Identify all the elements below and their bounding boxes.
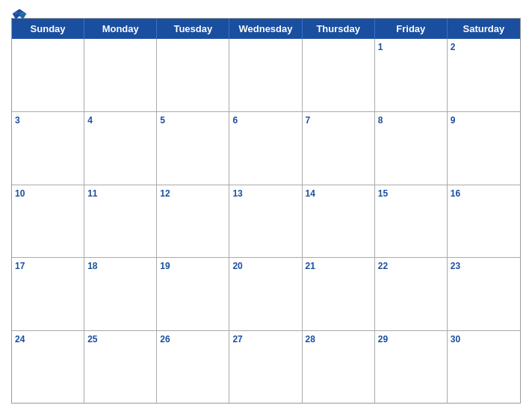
day-number: 21 bbox=[306, 260, 371, 273]
day-number: 14 bbox=[306, 188, 371, 200]
day-number: 5 bbox=[160, 114, 226, 127]
day-cell-25: 25 bbox=[84, 331, 157, 403]
day-cell-8: 8 bbox=[375, 112, 448, 184]
day-number: 25 bbox=[87, 333, 153, 346]
day-number: 8 bbox=[378, 114, 444, 127]
day-cell-27: 27 bbox=[229, 331, 302, 403]
day-number: 2 bbox=[451, 41, 517, 54]
day-number: 19 bbox=[160, 260, 226, 273]
day-cell-20: 20 bbox=[229, 258, 302, 330]
day-cell-7: 7 bbox=[303, 112, 375, 184]
day-cell-28: 28 bbox=[303, 331, 375, 403]
day-cell-11: 11 bbox=[84, 185, 157, 257]
day-number: 1 bbox=[378, 41, 444, 54]
day-number: 18 bbox=[87, 260, 153, 273]
day-number: 24 bbox=[15, 333, 81, 346]
header-wednesday: Wednesday bbox=[229, 19, 302, 39]
day-number: 13 bbox=[232, 188, 298, 200]
day-cell-2: 2 bbox=[448, 39, 520, 111]
day-number: 28 bbox=[306, 333, 371, 346]
day-cell-empty bbox=[157, 39, 229, 111]
day-cell-empty bbox=[229, 39, 302, 111]
day-number: 23 bbox=[451, 260, 517, 273]
day-cell-15: 15 bbox=[375, 185, 448, 257]
header-thursday: Thursday bbox=[303, 19, 375, 39]
svg-marker-2 bbox=[13, 13, 19, 19]
day-cell-empty bbox=[84, 39, 157, 111]
week-row-2: 3456789 bbox=[12, 111, 520, 184]
day-number: 7 bbox=[306, 114, 371, 127]
day-number: 6 bbox=[232, 114, 298, 127]
calendar-grid: Sunday Monday Tuesday Wednesday Thursday… bbox=[11, 18, 521, 404]
day-cell-30: 30 bbox=[448, 331, 520, 403]
header-sunday: Sunday bbox=[12, 19, 84, 39]
week-row-3: 10111213141516 bbox=[12, 185, 520, 257]
day-cell-18: 18 bbox=[84, 258, 157, 330]
day-number: 27 bbox=[232, 333, 298, 346]
header-tuesday: Tuesday bbox=[157, 19, 229, 39]
day-cell-24: 24 bbox=[12, 331, 84, 403]
day-cell-5: 5 bbox=[157, 112, 229, 184]
svg-marker-1 bbox=[19, 13, 26, 19]
week-row-4: 17181920212223 bbox=[12, 257, 520, 330]
day-number: 30 bbox=[451, 333, 517, 346]
calendar-page: Sunday Monday Tuesday Wednesday Thursday… bbox=[0, 0, 532, 411]
logo-area bbox=[11, 7, 29, 21]
header-friday: Friday bbox=[375, 19, 448, 39]
day-number: 20 bbox=[232, 260, 298, 273]
day-cell-10: 10 bbox=[12, 185, 84, 257]
week-row-1: 12 bbox=[12, 39, 520, 111]
day-number: 17 bbox=[15, 260, 81, 273]
day-cell-29: 29 bbox=[375, 331, 448, 403]
day-cell-9: 9 bbox=[448, 112, 520, 184]
week-row-5: 24252627282930 bbox=[12, 330, 520, 403]
day-number: 10 bbox=[15, 188, 81, 200]
day-cell-14: 14 bbox=[303, 185, 375, 257]
day-cell-1: 1 bbox=[375, 39, 448, 111]
calendar-header bbox=[11, 7, 521, 13]
day-number: 12 bbox=[160, 188, 226, 200]
day-cell-26: 26 bbox=[157, 331, 229, 403]
day-cell-21: 21 bbox=[303, 258, 375, 330]
day-cell-19: 19 bbox=[157, 258, 229, 330]
day-cell-4: 4 bbox=[84, 112, 157, 184]
day-headers-row: Sunday Monday Tuesday Wednesday Thursday… bbox=[12, 19, 520, 39]
day-number: 4 bbox=[87, 114, 153, 127]
day-number: 16 bbox=[451, 188, 517, 200]
calendar-body: 1234567891011121314151617181920212223242… bbox=[12, 39, 520, 403]
day-cell-empty bbox=[303, 39, 375, 111]
day-cell-12: 12 bbox=[157, 185, 229, 257]
day-cell-3: 3 bbox=[12, 112, 84, 184]
day-cell-17: 17 bbox=[12, 258, 84, 330]
header-saturday: Saturday bbox=[448, 19, 520, 39]
day-number: 26 bbox=[160, 333, 226, 346]
day-number: 11 bbox=[87, 188, 153, 200]
day-cell-6: 6 bbox=[229, 112, 302, 184]
day-number: 9 bbox=[451, 114, 517, 127]
logo-bird-icon bbox=[11, 7, 28, 21]
day-cell-22: 22 bbox=[375, 258, 448, 330]
day-cell-13: 13 bbox=[229, 185, 302, 257]
day-number: 15 bbox=[378, 188, 444, 200]
day-cell-16: 16 bbox=[448, 185, 520, 257]
header-monday: Monday bbox=[84, 19, 157, 39]
day-number: 3 bbox=[15, 114, 81, 127]
day-number: 22 bbox=[378, 260, 444, 273]
day-cell-23: 23 bbox=[448, 258, 520, 330]
day-cell-empty bbox=[12, 39, 84, 111]
day-number: 29 bbox=[378, 333, 444, 346]
